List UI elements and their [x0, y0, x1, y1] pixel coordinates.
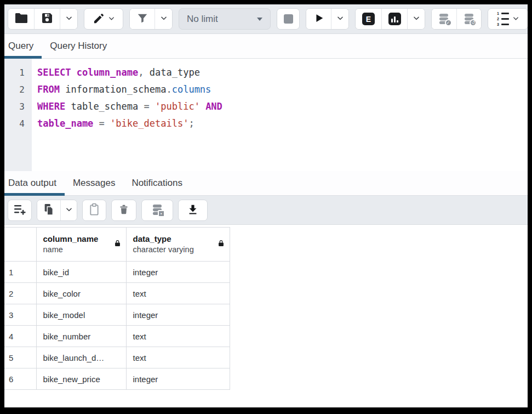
tab-messages[interactable]: Messages — [65, 171, 123, 195]
table-row: 3 bike_model integer — [4, 304, 230, 326]
save-button[interactable] — [34, 9, 60, 29]
row-number-cell[interactable]: 6 — [4, 368, 36, 390]
row-number-cell[interactable]: 5 — [4, 347, 36, 368]
copy-button[interactable] — [37, 200, 60, 220]
open-file-button[interactable] — [8, 9, 34, 29]
add-row-button[interactable] — [8, 200, 31, 220]
explain-button[interactable]: E — [356, 9, 381, 29]
row-limit-select[interactable]: No limit — [179, 8, 271, 30]
lock-icon — [114, 239, 121, 249]
grid-cell[interactable]: bike_launch_d… — [36, 347, 126, 368]
edit-button[interactable] — [84, 9, 123, 29]
select-all-corner[interactable] — [4, 228, 36, 262]
undo-arrow-icon: ↺ — [470, 19, 477, 26]
clipboard-icon — [89, 203, 100, 218]
line-number: 2 — [4, 81, 32, 98]
table-row: 4 bike_number text — [4, 326, 230, 347]
column-datatype: character varying — [133, 245, 194, 255]
filter-button[interactable] — [130, 9, 155, 29]
grid-cell[interactable]: bike_number — [36, 326, 126, 347]
tab-query[interactable]: Query — [4, 34, 42, 58]
line-number: 4 — [4, 115, 32, 132]
filter-button-group — [129, 8, 173, 30]
grid-cell[interactable]: integer — [126, 368, 230, 390]
line-number: 3 — [4, 98, 32, 115]
chevron-down-icon — [108, 15, 115, 24]
grid-cell[interactable]: integer — [126, 262, 230, 283]
tab-query-history-label: Query History — [50, 41, 107, 52]
editor-tab-bar: Query Query History — [4, 34, 528, 59]
line-number: 1 — [4, 64, 32, 81]
sql-editor: 1 2 3 4 SELECT column_name, data_type FR… — [4, 59, 528, 171]
select-caret-icon — [257, 18, 262, 21]
copy-group — [37, 200, 77, 221]
explain-analyze-button[interactable] — [381, 9, 407, 29]
chevron-down-icon — [65, 14, 73, 24]
column-title: column_name — [43, 234, 99, 245]
transaction-button-group: ✓ ↺ — [431, 8, 482, 30]
tab-notifications[interactable]: Notifications — [123, 171, 191, 195]
grid-cell[interactable]: text — [126, 283, 230, 304]
grid-cell[interactable]: bike_model — [36, 304, 126, 326]
sql-line: WHERE table_schema = 'public' AND — [37, 98, 222, 115]
execute-button[interactable] — [306, 9, 331, 29]
save-icon — [41, 12, 54, 26]
grid-cell[interactable]: text — [126, 326, 230, 347]
row-number-cell[interactable]: 1 — [4, 262, 36, 283]
delete-row-button[interactable] — [112, 200, 136, 220]
copy-dropdown-button[interactable] — [60, 200, 77, 220]
rollback-button[interactable]: ↺ — [456, 9, 481, 29]
filter-dropdown-button[interactable] — [155, 9, 172, 29]
pgadmin-query-tool-window: No limit E — [0, 0, 532, 414]
delete-row-group — [111, 200, 136, 221]
execute-dropdown-button[interactable] — [331, 9, 348, 29]
commit-button[interactable]: ✓ — [432, 9, 456, 29]
download-group — [178, 200, 208, 221]
macros-button[interactable]: 1 2 3 — [488, 9, 528, 29]
grid-cell[interactable]: integer — [126, 304, 230, 326]
tab-notifications-label: Notifications — [131, 178, 182, 189]
filter-icon — [136, 12, 148, 26]
stop-button-group — [277, 8, 300, 30]
add-row-group — [8, 200, 32, 221]
edit-button-group — [84, 8, 123, 30]
column-title: data_type — [133, 234, 194, 245]
grid-cell[interactable]: bike_new_price — [36, 368, 126, 390]
row-limit-value: No limit — [187, 14, 218, 25]
copy-icon — [43, 203, 55, 218]
row-number-cell[interactable]: 2 — [4, 283, 36, 304]
grid-cell[interactable]: bike_color — [36, 283, 126, 304]
paste-button[interactable] — [83, 200, 106, 220]
grid-header-row: column_name name data_type character var… — [4, 228, 230, 262]
tab-data-output[interactable]: Data output — [4, 171, 65, 195]
stop-button[interactable] — [277, 9, 299, 29]
paste-group — [82, 200, 106, 221]
execute-button-group — [306, 8, 349, 30]
save-dropdown-button[interactable] — [60, 9, 77, 29]
play-icon — [313, 12, 325, 26]
tab-messages-label: Messages — [73, 178, 115, 189]
row-number-cell[interactable]: 3 — [4, 304, 36, 326]
grid-cell[interactable]: bike_id — [36, 262, 126, 283]
sql-code-area[interactable]: SELECT column_name, data_type FROM infor… — [32, 59, 222, 171]
file-button-group — [8, 8, 78, 30]
tab-query-label: Query — [8, 41, 33, 52]
chevron-down-icon — [160, 14, 168, 24]
explain-button-group: E — [355, 8, 425, 30]
column-header-column-name[interactable]: column_name name — [36, 228, 126, 262]
explain-dropdown-button[interactable] — [407, 9, 425, 29]
row-number-cell[interactable]: 4 — [4, 326, 36, 347]
output-tab-bar: Data output Messages Notifications — [4, 171, 528, 196]
tab-query-history[interactable]: Query History — [42, 34, 115, 58]
floppy-badge-icon: ▪ — [158, 210, 165, 217]
save-data-changes-button[interactable]: ▪ — [142, 200, 173, 220]
grid-cell[interactable]: text — [126, 347, 230, 368]
table-row: 2 bike_color text — [4, 283, 230, 304]
rollback-icon: ↺ — [462, 13, 476, 26]
folder-icon — [14, 12, 28, 26]
download-csv-button[interactable] — [179, 200, 207, 220]
pencil-icon — [93, 12, 105, 26]
column-header-data-type[interactable]: data_type character varying — [126, 228, 230, 262]
chevron-down-icon — [336, 14, 344, 24]
line-number-gutter: 1 2 3 4 — [4, 59, 32, 171]
